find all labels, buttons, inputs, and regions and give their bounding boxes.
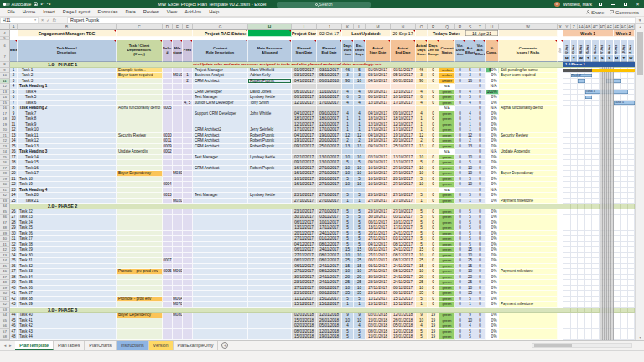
engagement-manager-label[interactable]: Engagement Manager: TBC bbox=[18, 30, 117, 37]
column-header-U[interactable]: U bbox=[486, 24, 499, 30]
ribbon-tab-file[interactable]: File bbox=[3, 8, 18, 16]
undo-icon[interactable]: ↶ bbox=[40, 0, 44, 8]
close-button[interactable]: × bbox=[633, 0, 642, 8]
cell-pe-r58[interactable]: 19/01/2018 bbox=[317, 334, 342, 340]
gantt-date-header-05-Oct[interactable]: 05-OctT bbox=[585, 40, 593, 62]
column-title-cm[interactable]: Comments Issues / Risks bbox=[499, 40, 558, 62]
todays-date-label[interactable]: Todays Date: bbox=[428, 30, 465, 37]
column-title-pc[interactable]: % Comp. bbox=[486, 40, 499, 62]
column-title-dv[interactable]: Deliv. # bbox=[163, 40, 173, 62]
gantt-date-header-04-Oct[interactable]: 04-OctW bbox=[578, 40, 585, 62]
sheet-tab-version[interactable]: Version bbox=[149, 341, 174, 350]
gantt-bar-task[interactable] bbox=[578, 79, 585, 82]
column-header-G[interactable]: G bbox=[193, 24, 248, 30]
column-title-du[interactable]: Days Dura tion bbox=[342, 40, 354, 62]
sheet-tab-plancharts[interactable]: PlanCharts bbox=[85, 341, 117, 350]
column-title-m[interactable]: Mile stone bbox=[173, 40, 183, 62]
phase-row-8[interactable]: 1.0 - PHASE 1<<< Update roles and main r… bbox=[10, 62, 564, 68]
gantt-date-header-09-Oct[interactable]: 09-OctM bbox=[614, 40, 621, 62]
column-title-pe[interactable]: Planned End Date bbox=[317, 40, 342, 62]
gantt-cell[interactable] bbox=[578, 334, 585, 340]
new-sheet-button[interactable]: + bbox=[221, 342, 228, 349]
ribbon-tab-insert[interactable]: Insert bbox=[39, 8, 60, 16]
column-header-L[interactable]: L bbox=[354, 24, 366, 30]
cell-ps-r58[interactable]: 15/01/2018 bbox=[292, 334, 317, 340]
gantt-bar-phase[interactable]: 1.0 Phase 1 bbox=[564, 62, 635, 67]
cell-pr-r58[interactable] bbox=[183, 334, 193, 340]
cell-ef-r58[interactable]: 5 bbox=[354, 334, 366, 340]
gantt-date-header-03-Oct[interactable]: 03-OctT bbox=[571, 40, 579, 62]
cell-re-r11[interactable]: Rupert Pupnik bbox=[248, 79, 292, 85]
cancel-icon[interactable]: × bbox=[41, 18, 44, 23]
column-header-J[interactable]: J bbox=[317, 24, 342, 30]
column-title-t[interactable]: Task Name / Description bbox=[18, 40, 117, 62]
column-title-av[interactable]: Act. Effort bbox=[465, 40, 475, 62]
scroll-down-icon[interactable]: ▼ bbox=[636, 336, 644, 339]
scroll-up-icon[interactable]: ▲ bbox=[636, 25, 644, 28]
column-header-B[interactable]: B bbox=[18, 24, 117, 30]
gantt-week1-header[interactable]: Week 1 bbox=[564, 30, 614, 37]
column-header-AG[interactable]: AG bbox=[621, 24, 628, 30]
cell-x-r58[interactable] bbox=[558, 334, 564, 340]
gantt-bar-task[interactable] bbox=[606, 79, 621, 82]
info-cell[interactable] bbox=[416, 30, 428, 37]
rag-status-label[interactable]: Project RAG Status: bbox=[193, 30, 248, 37]
column-header-S[interactable]: S bbox=[465, 24, 475, 30]
enter-icon[interactable]: ✓ bbox=[46, 18, 50, 23]
column-header-I[interactable]: I bbox=[292, 24, 317, 30]
gantt-date-header-10-Oct[interactable]: 10-OctT bbox=[621, 40, 628, 62]
cell-cm-r58[interactable] bbox=[499, 334, 558, 340]
gantt-week2-header[interactable]: Week 2 bbox=[614, 30, 636, 37]
formula-input[interactable]: Rupert Pupnik bbox=[67, 17, 636, 23]
comments-button[interactable]: Comments bbox=[610, 10, 639, 15]
gantt-cell[interactable] bbox=[571, 334, 579, 340]
column-header-M[interactable]: M bbox=[366, 24, 391, 30]
fx-icon[interactable]: fx bbox=[53, 18, 56, 23]
cell-ae-r58[interactable]: 19/01/2018 bbox=[391, 334, 416, 340]
column-header-Z[interactable]: Z bbox=[571, 24, 579, 30]
cell-ad-r58[interactable]: 5 bbox=[416, 334, 428, 340]
row-header-4[interactable]: 4 bbox=[0, 30, 10, 37]
info-cell[interactable] bbox=[10, 30, 18, 37]
ribbon-tab-add-ins[interactable]: Add-Ins bbox=[181, 8, 205, 16]
gantt-date-header-06-Oct[interactable]: 06-OctF bbox=[592, 40, 600, 62]
cell-re-r58[interactable] bbox=[248, 334, 292, 340]
gantt-cell[interactable] bbox=[628, 334, 636, 340]
search-box[interactable]: Search bbox=[277, 2, 371, 8]
column-title-ro[interactable]: Contract Role Description bbox=[193, 40, 248, 62]
gantt-cell[interactable] bbox=[621, 334, 628, 340]
gantt-bar-gray[interactable] bbox=[564, 69, 592, 72]
ribbon-tab-formulas[interactable]: Formulas bbox=[94, 8, 122, 16]
gantt-cell[interactable] bbox=[606, 334, 614, 340]
gantt-bar-task[interactable]: Task 5 bbox=[614, 101, 636, 104]
sheet-tab-plantables[interactable]: PlanTables bbox=[54, 341, 85, 350]
gantt-bar-orange[interactable] bbox=[592, 69, 635, 72]
gantt-bar-task[interactable]: Task 2 bbox=[571, 74, 593, 77]
column-header-D[interactable]: D bbox=[163, 24, 173, 30]
todays-date-value[interactable]: 16-Apr-21 bbox=[465, 30, 499, 37]
gantt-date-header-02-Oct[interactable]: 02-OctM bbox=[564, 40, 571, 62]
column-header-W[interactable]: W bbox=[499, 24, 558, 30]
column-title-vd[interactable]: Var. Dura tion bbox=[455, 40, 465, 62]
restore-button[interactable] bbox=[621, 0, 630, 8]
project-start-value[interactable]: 02-Oct-17 bbox=[317, 30, 342, 37]
column-header-AA[interactable]: AA bbox=[578, 24, 585, 30]
cell-m-r58[interactable] bbox=[173, 334, 183, 340]
cell-st-r58[interactable]: green bbox=[439, 334, 455, 340]
avatar[interactable]: W bbox=[554, 2, 560, 8]
column-title-ad[interactable]: Actual Days Durs. bbox=[416, 40, 428, 62]
vertical-scrollbar-thumb[interactable] bbox=[637, 32, 644, 75]
column-header-C[interactable]: C bbox=[117, 24, 163, 30]
column-header-AH[interactable]: AH bbox=[628, 24, 636, 30]
column-title-ef[interactable]: Est. Effort Days bbox=[354, 40, 366, 62]
ribbon-tab-data[interactable]: Data bbox=[122, 8, 139, 16]
sheet-tab-plantemplate[interactable]: PlanTemplate bbox=[15, 341, 54, 350]
gantt-bar-task[interactable] bbox=[585, 96, 593, 99]
column-header-X[interactable]: X bbox=[558, 24, 564, 30]
formula-bar-expand-icon[interactable]: ▾ bbox=[636, 17, 644, 23]
horizontal-scrollbar[interactable] bbox=[532, 343, 632, 348]
ribbon-tab-home[interactable]: Home bbox=[18, 8, 39, 16]
row-header-6-7[interactable]: 67 bbox=[0, 40, 10, 62]
cell-dl-r58[interactable]: 19 bbox=[428, 334, 439, 340]
gantt-cell[interactable] bbox=[592, 334, 600, 340]
